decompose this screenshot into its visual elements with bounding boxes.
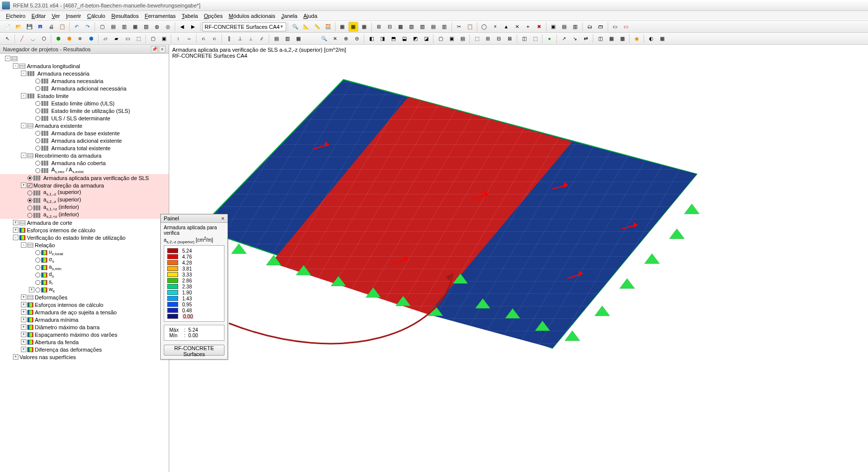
radio-icon[interactable]: [35, 273, 40, 278]
tb-i[interactable]: ⊟: [385, 22, 395, 32]
tb2-aj[interactable]: ⬚: [472, 34, 482, 44]
expand-icon[interactable]: +: [21, 347, 26, 352]
tree-item[interactable]: -Armadura necessária: [0, 70, 169, 77]
tree-item[interactable]: +Esforços internos de cálculo: [0, 226, 169, 234]
collapse-icon[interactable]: -: [21, 242, 26, 248]
tb2-ap[interactable]: ●: [544, 34, 554, 44]
result-tree[interactable]: --Armadura longitudinal-Armadura necessá…: [0, 54, 169, 472]
save-button[interactable]: 💾: [24, 22, 34, 32]
tree-item[interactable]: +Espaçamento máximo dos varões: [0, 331, 169, 338]
tb-ab[interactable]: ▭: [610, 22, 620, 32]
radio-icon[interactable]: [35, 86, 40, 91]
radio-icon[interactable]: [35, 265, 40, 270]
tb-aa[interactable]: 🗃: [596, 22, 606, 32]
radio-icon[interactable]: [35, 116, 40, 121]
menu-inserir[interactable]: Inserir: [63, 12, 84, 20]
blank-button-1[interactable]: ▢: [97, 22, 107, 32]
tb-r[interactable]: ×: [490, 22, 500, 32]
tb-u[interactable]: ⌖: [523, 22, 533, 32]
tree-item[interactable]: +wk: [0, 286, 169, 293]
blank-button-6[interactable]: ◍: [152, 22, 162, 32]
tb2-f[interactable]: ▱: [101, 34, 110, 44]
tree-item[interactable]: as,2,+z (inferior): [0, 211, 169, 219]
collapse-icon[interactable]: -: [5, 56, 10, 61]
menu-cálculo[interactable]: Cálculo: [84, 12, 108, 20]
radio-icon[interactable]: [27, 198, 32, 203]
tb2-af[interactable]: ◪: [421, 34, 431, 44]
save-all-button[interactable]: 🖪: [35, 22, 45, 32]
tb2-ar[interactable]: ↘: [570, 34, 580, 44]
tb2-ai[interactable]: ▤: [457, 34, 467, 44]
tree-item[interactable]: as,1,+z (inferior): [0, 204, 169, 211]
tree-item[interactable]: -: [0, 55, 169, 62]
tb-n[interactable]: ▥: [439, 22, 449, 32]
tb2-m[interactable]: ↔: [184, 34, 194, 44]
tree-item[interactable]: ds: [0, 271, 169, 279]
tree-item[interactable]: as,1,-z (superior): [0, 189, 169, 196]
tb2-ac[interactable]: ⬒: [388, 34, 398, 44]
tb-d[interactable]: 🧮: [323, 22, 333, 32]
collapse-icon[interactable]: -: [21, 153, 26, 158]
expand-icon[interactable]: +: [21, 302, 26, 307]
tb2-k[interactable]: ▣: [159, 34, 169, 44]
radio-icon[interactable]: [27, 213, 32, 218]
redo-button[interactable]: ↷: [83, 22, 93, 32]
tb2-y[interactable]: ⊕: [341, 34, 351, 44]
tree-item[interactable]: +Deformações: [0, 293, 169, 301]
tb-c[interactable]: 📏: [312, 22, 322, 32]
tb2-cursor[interactable]: ↖: [2, 34, 12, 44]
tb2-i[interactable]: ⬚: [133, 34, 143, 44]
tree-item[interactable]: -Armadura longitudinal: [0, 62, 169, 70]
expand-icon[interactable]: +: [21, 339, 26, 345]
tree-item[interactable]: Estado limite último (ULS): [0, 99, 169, 107]
radio-icon[interactable]: [35, 146, 40, 151]
blank-button-5[interactable]: ▧: [141, 22, 151, 32]
collapse-icon[interactable]: -: [21, 123, 26, 128]
menu-módulos adicionais[interactable]: Módulos adicionais: [225, 12, 278, 20]
tb-ac[interactable]: ▭: [621, 22, 631, 32]
radio-icon[interactable]: [35, 79, 40, 84]
menu-opções[interactable]: Opções: [201, 12, 226, 20]
tb2-n[interactable]: ⎌: [199, 34, 209, 44]
radio-icon[interactable]: [27, 190, 32, 195]
radio-icon[interactable]: [35, 131, 40, 136]
tb2-ax[interactable]: ◐: [646, 34, 656, 44]
close-icon[interactable]: ×: [221, 215, 224, 221]
open-button[interactable]: 📂: [13, 22, 23, 32]
tb2-c[interactable]: ⬢: [64, 34, 74, 44]
tb2-arc[interactable]: ◡: [28, 34, 38, 44]
expand-icon[interactable]: +: [13, 354, 18, 360]
tree-item[interactable]: +Armadura de corte: [0, 219, 169, 226]
legend-panel[interactable]: Painel × Armadura aplicada para verifica…: [160, 214, 228, 360]
tree-item[interactable]: +Esforços internos de cálculo: [0, 301, 169, 308]
tb2-g[interactable]: ▰: [111, 34, 121, 44]
tb2-d[interactable]: ⭘: [75, 34, 85, 44]
radio-icon[interactable]: [35, 108, 40, 113]
nav-right-button[interactable]: ▶: [188, 22, 198, 32]
tb2-aw[interactable]: ◉: [632, 34, 642, 44]
collapse-icon[interactable]: -: [21, 71, 26, 76]
tree-item[interactable]: as,min: [0, 264, 169, 271]
radio-icon[interactable]: [35, 287, 40, 292]
tree-item[interactable]: uz,local: [0, 249, 169, 256]
tb-w[interactable]: ▣: [548, 22, 558, 32]
tb-x[interactable]: ▤: [559, 22, 569, 32]
tb2-l[interactable]: ↕: [173, 34, 183, 44]
tb2-line[interactable]: ╱: [17, 34, 27, 44]
tb2-z[interactable]: ⊖: [352, 34, 362, 44]
menu-resultados[interactable]: Resultados: [108, 12, 142, 20]
expand-icon[interactable]: +: [21, 332, 26, 337]
radio-icon[interactable]: [27, 205, 32, 210]
blank-button-4[interactable]: ▦: [130, 22, 140, 32]
menu-ver[interactable]: Ver: [49, 12, 63, 20]
tb2-av[interactable]: ▩: [617, 34, 627, 44]
tb-f[interactable]: ▦: [348, 22, 358, 32]
expand-icon[interactable]: +: [21, 294, 26, 300]
radio-icon[interactable]: [35, 258, 40, 263]
expand-icon[interactable]: +: [13, 227, 18, 233]
menu-ferramentas[interactable]: Ferramentas: [142, 12, 179, 20]
tb-l[interactable]: ▧: [418, 22, 428, 32]
tb2-e[interactable]: ⬢: [86, 34, 96, 44]
tb2-r[interactable]: ⟂: [246, 34, 256, 44]
collapse-icon[interactable]: -: [13, 235, 18, 240]
